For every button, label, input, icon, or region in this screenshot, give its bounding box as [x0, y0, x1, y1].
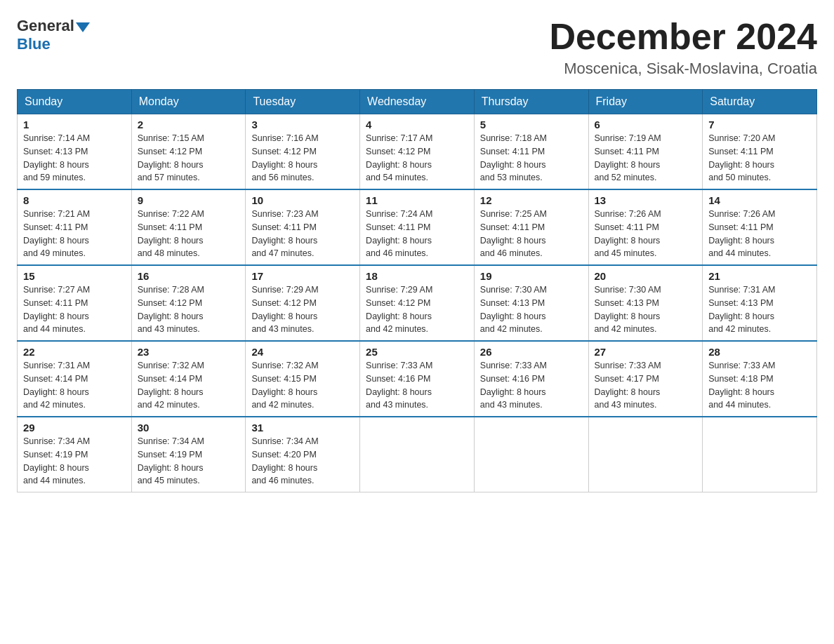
day-info: Sunrise: 7:19 AM Sunset: 4:11 PM Dayligh…: [595, 132, 697, 185]
day-info: Sunrise: 7:25 AM Sunset: 4:11 PM Dayligh…: [480, 208, 583, 260]
day-cell: 21 Sunrise: 7:31 AM Sunset: 4:13 PM Dayl…: [703, 265, 817, 341]
day-number: 30: [138, 422, 240, 434]
logo-general-text: General: [17, 17, 74, 35]
day-info: Sunrise: 7:33 AM Sunset: 4:16 PM Dayligh…: [480, 359, 583, 412]
day-info: Sunrise: 7:34 AM Sunset: 4:19 PM Dayligh…: [23, 435, 126, 488]
day-number: 23: [138, 346, 240, 358]
day-number: 26: [480, 346, 583, 358]
day-info: Sunrise: 7:29 AM Sunset: 4:12 PM Dayligh…: [366, 283, 468, 336]
day-cell: 26 Sunrise: 7:33 AM Sunset: 4:16 PM Dayl…: [474, 341, 588, 417]
day-cell: 23 Sunrise: 7:32 AM Sunset: 4:14 PM Dayl…: [131, 341, 246, 417]
day-cell: 14 Sunrise: 7:26 AM Sunset: 4:11 PM Dayl…: [703, 189, 817, 265]
day-number: 10: [251, 194, 354, 206]
day-number: 20: [595, 270, 697, 282]
day-cell: 18 Sunrise: 7:29 AM Sunset: 4:12 PM Dayl…: [360, 265, 475, 341]
day-number: 14: [708, 194, 811, 206]
day-info: Sunrise: 7:34 AM Sunset: 4:19 PM Dayligh…: [138, 435, 240, 488]
day-info: Sunrise: 7:14 AM Sunset: 4:13 PM Dayligh…: [23, 132, 126, 185]
day-number: 5: [480, 119, 583, 130]
day-cell: 15 Sunrise: 7:27 AM Sunset: 4:11 PM Dayl…: [18, 265, 132, 341]
day-number: 2: [138, 119, 240, 130]
day-cell: 28 Sunrise: 7:33 AM Sunset: 4:18 PM Dayl…: [703, 341, 817, 417]
day-cell: 13 Sunrise: 7:26 AM Sunset: 4:11 PM Dayl…: [588, 189, 703, 265]
day-info: Sunrise: 7:29 AM Sunset: 4:12 PM Dayligh…: [251, 283, 354, 336]
col-header-monday: Monday: [131, 90, 246, 114]
day-cell: 17 Sunrise: 7:29 AM Sunset: 4:12 PM Dayl…: [246, 265, 360, 341]
col-header-wednesday: Wednesday: [360, 90, 475, 114]
day-info: Sunrise: 7:30 AM Sunset: 4:13 PM Dayligh…: [480, 283, 583, 336]
day-cell: 1 Sunrise: 7:14 AM Sunset: 4:13 PM Dayli…: [18, 114, 132, 190]
day-cell: 19 Sunrise: 7:30 AM Sunset: 4:13 PM Dayl…: [474, 265, 588, 341]
day-number: 17: [251, 270, 354, 282]
day-number: 29: [23, 422, 126, 434]
day-info: Sunrise: 7:33 AM Sunset: 4:18 PM Dayligh…: [708, 359, 811, 412]
day-cell: 2 Sunrise: 7:15 AM Sunset: 4:12 PM Dayli…: [131, 114, 246, 190]
day-cell: 24 Sunrise: 7:32 AM Sunset: 4:15 PM Dayl…: [246, 341, 360, 417]
day-number: 12: [480, 194, 583, 206]
day-cell: 3 Sunrise: 7:16 AM Sunset: 4:12 PM Dayli…: [246, 114, 360, 190]
day-info: Sunrise: 7:21 AM Sunset: 4:11 PM Dayligh…: [23, 208, 126, 260]
day-cell: 16 Sunrise: 7:28 AM Sunset: 4:12 PM Dayl…: [131, 265, 246, 341]
day-number: 28: [708, 346, 811, 358]
logo: General Blue: [17, 17, 91, 53]
week-row-4: 22 Sunrise: 7:31 AM Sunset: 4:14 PM Dayl…: [18, 341, 817, 417]
day-info: Sunrise: 7:34 AM Sunset: 4:20 PM Dayligh…: [251, 435, 354, 488]
page-header: General Blue December 2024 Moscenica, Si…: [17, 17, 817, 78]
day-number: 13: [595, 194, 697, 206]
day-info: Sunrise: 7:30 AM Sunset: 4:13 PM Dayligh…: [595, 283, 697, 336]
day-info: Sunrise: 7:23 AM Sunset: 4:11 PM Dayligh…: [251, 208, 354, 260]
day-number: 3: [251, 119, 354, 130]
day-number: 18: [366, 270, 468, 282]
day-cell: 8 Sunrise: 7:21 AM Sunset: 4:11 PM Dayli…: [18, 189, 132, 265]
day-number: 21: [708, 270, 811, 282]
week-row-3: 15 Sunrise: 7:27 AM Sunset: 4:11 PM Dayl…: [18, 265, 817, 341]
day-number: 19: [480, 270, 583, 282]
day-info: Sunrise: 7:24 AM Sunset: 4:11 PM Dayligh…: [366, 208, 468, 260]
logo-blue-text: Blue: [17, 35, 51, 53]
day-info: Sunrise: 7:31 AM Sunset: 4:14 PM Dayligh…: [23, 359, 126, 412]
day-info: Sunrise: 7:16 AM Sunset: 4:12 PM Dayligh…: [251, 132, 354, 185]
day-cell: 20 Sunrise: 7:30 AM Sunset: 4:13 PM Dayl…: [588, 265, 703, 341]
day-info: Sunrise: 7:20 AM Sunset: 4:11 PM Dayligh…: [708, 132, 811, 185]
col-header-tuesday: Tuesday: [246, 90, 360, 114]
day-cell: [474, 417, 588, 492]
day-cell: 5 Sunrise: 7:18 AM Sunset: 4:11 PM Dayli…: [474, 114, 588, 190]
day-cell: 27 Sunrise: 7:33 AM Sunset: 4:17 PM Dayl…: [588, 341, 703, 417]
day-info: Sunrise: 7:22 AM Sunset: 4:11 PM Dayligh…: [138, 208, 240, 260]
day-number: 6: [595, 119, 697, 130]
day-cell: [703, 417, 817, 492]
day-info: Sunrise: 7:28 AM Sunset: 4:12 PM Dayligh…: [138, 283, 240, 336]
day-info: Sunrise: 7:26 AM Sunset: 4:11 PM Dayligh…: [708, 208, 811, 260]
day-info: Sunrise: 7:33 AM Sunset: 4:16 PM Dayligh…: [366, 359, 468, 412]
day-info: Sunrise: 7:32 AM Sunset: 4:14 PM Dayligh…: [138, 359, 240, 412]
day-info: Sunrise: 7:18 AM Sunset: 4:11 PM Dayligh…: [480, 132, 583, 185]
day-cell: 6 Sunrise: 7:19 AM Sunset: 4:11 PM Dayli…: [588, 114, 703, 190]
day-info: Sunrise: 7:26 AM Sunset: 4:11 PM Dayligh…: [595, 208, 697, 260]
day-number: 11: [366, 194, 468, 206]
day-number: 7: [708, 119, 811, 130]
day-number: 1: [23, 119, 126, 130]
col-header-thursday: Thursday: [474, 90, 588, 114]
day-number: 8: [23, 194, 126, 206]
day-number: 22: [23, 346, 126, 358]
day-number: 4: [366, 119, 468, 130]
day-cell: [360, 417, 475, 492]
day-number: 15: [23, 270, 126, 282]
day-number: 24: [251, 346, 354, 358]
day-cell: 29 Sunrise: 7:34 AM Sunset: 4:19 PM Dayl…: [18, 417, 132, 492]
day-info: Sunrise: 7:15 AM Sunset: 4:12 PM Dayligh…: [138, 132, 240, 185]
calendar-header-row: SundayMondayTuesdayWednesdayThursdayFrid…: [18, 90, 817, 114]
day-number: 9: [138, 194, 240, 206]
week-row-1: 1 Sunrise: 7:14 AM Sunset: 4:13 PM Dayli…: [18, 114, 817, 190]
day-cell: 10 Sunrise: 7:23 AM Sunset: 4:11 PM Dayl…: [246, 189, 360, 265]
logo-arrow-icon: [76, 22, 90, 32]
col-header-friday: Friday: [588, 90, 703, 114]
week-row-2: 8 Sunrise: 7:21 AM Sunset: 4:11 PM Dayli…: [18, 189, 817, 265]
day-number: 31: [251, 422, 354, 434]
day-cell: 31 Sunrise: 7:34 AM Sunset: 4:20 PM Dayl…: [246, 417, 360, 492]
day-info: Sunrise: 7:17 AM Sunset: 4:12 PM Dayligh…: [366, 132, 468, 185]
day-number: 25: [366, 346, 468, 358]
day-cell: 30 Sunrise: 7:34 AM Sunset: 4:19 PM Dayl…: [131, 417, 246, 492]
day-cell: 25 Sunrise: 7:33 AM Sunset: 4:16 PM Dayl…: [360, 341, 475, 417]
day-number: 27: [595, 346, 697, 358]
